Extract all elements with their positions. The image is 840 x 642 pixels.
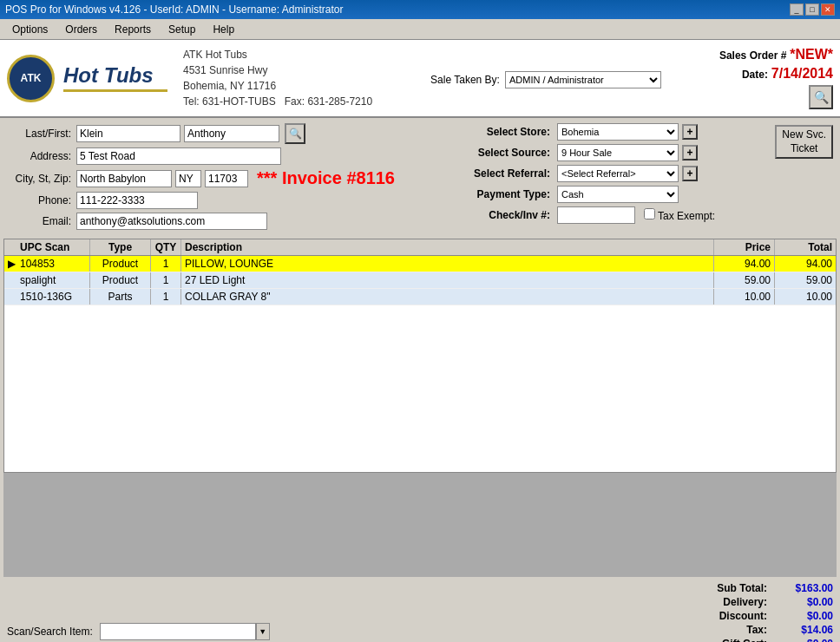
desc-cell: PILLOW, LOUNGE xyxy=(181,256,714,272)
state-input[interactable] xyxy=(175,170,201,187)
scan-dropdown-button[interactable]: ▼ xyxy=(256,623,270,640)
desc-cell: COLLAR GRAY 8" xyxy=(181,289,714,305)
phone-input[interactable] xyxy=(76,192,198,209)
invoice-text: *** Invoice #8116 xyxy=(257,168,395,188)
col-header-qty: QTY xyxy=(151,239,181,255)
last-first-label: Last/First: xyxy=(7,128,76,140)
title-text: POS Pro for Windows v4.126 - UserId: ADM… xyxy=(5,3,343,16)
city-row: City, St, Zip: *** Invoice #8116 xyxy=(7,168,458,188)
email-input[interactable] xyxy=(76,213,267,230)
payment-type-dropdown[interactable]: Cash xyxy=(557,186,679,203)
select-source-row: Select Source: 9 Hour Sale + xyxy=(467,144,766,161)
city-input[interactable] xyxy=(76,170,172,187)
sale-taken-select[interactable]: ADMIN / Administrator xyxy=(505,71,661,88)
col-header-type: Type xyxy=(90,239,151,255)
menu-reports[interactable]: Reports xyxy=(106,22,160,37)
discount-row: Discount: $0.00 xyxy=(660,610,833,622)
tax-exempt-label: Tax Exempt: xyxy=(658,210,715,222)
menu-bar: Options Orders Reports Setup Help xyxy=(0,19,840,40)
payment-type-label: Payment Type: xyxy=(467,188,554,200)
delivery-label: Delivery: xyxy=(660,596,772,608)
city-label: City, St, Zip: xyxy=(7,173,76,185)
email-row: Email: xyxy=(7,213,458,230)
payment-type-row: Payment Type: Cash xyxy=(467,186,766,203)
customer-search-button[interactable]: 🔍 xyxy=(285,123,305,144)
qty-cell: 1 xyxy=(151,289,181,305)
title-bar: POS Pro for Windows v4.126 - UserId: ADM… xyxy=(0,0,840,19)
gift-cert-value: $0.00 xyxy=(772,638,833,642)
form-right: Select Store: Bohemia + Select Source: 9… xyxy=(467,123,766,233)
totals-section: Sub Total: $163.00 Delivery: $0.00 Disco… xyxy=(660,582,833,642)
address-label: Address: xyxy=(7,150,76,162)
select-referral-dropdown[interactable]: <Select Referral> xyxy=(557,165,679,182)
close-button[interactable]: ✕ xyxy=(821,3,835,16)
scan-label: Scan/Search Item: xyxy=(7,626,93,638)
select-store-label: Select Store: xyxy=(467,126,554,138)
menu-setup[interactable]: Setup xyxy=(160,22,204,37)
minimize-button[interactable]: _ xyxy=(790,3,804,16)
sales-order-label: Sales Order # xyxy=(719,49,786,62)
header-area: ATK Hot Tubs ATK Hot Tubs 4531 Sunrise H… xyxy=(0,40,840,118)
email-label: Email: xyxy=(7,215,76,227)
zip-input[interactable] xyxy=(205,170,248,187)
referral-plus-button[interactable]: + xyxy=(682,166,698,181)
total-cell: 10.00 xyxy=(775,289,836,305)
select-source-label: Select Source: xyxy=(467,147,554,159)
select-source-dropdown[interactable]: 9 Hour Sale xyxy=(557,144,679,161)
logo-section: ATK Hot Tubs ATK Hot Tubs 4531 Sunrise H… xyxy=(7,47,372,109)
delivery-row: Delivery: $0.00 xyxy=(660,596,833,608)
empty-grid-area xyxy=(3,473,837,577)
select-store-dropdown[interactable]: Bohemia xyxy=(557,123,679,141)
menu-options[interactable]: Options xyxy=(3,22,56,37)
scan-input[interactable] xyxy=(100,623,256,640)
header-search-button[interactable]: 🔍 xyxy=(809,85,833,109)
date-info: Date: 7/14/2014 xyxy=(742,66,833,82)
desc-cell: 27 LED Light xyxy=(181,272,714,288)
phone-row: Phone: xyxy=(7,192,458,209)
col-header-upc: UPC Scan xyxy=(16,239,90,255)
price-cell: 10.00 xyxy=(714,289,775,305)
delivery-value: $0.00 xyxy=(772,596,833,608)
first-name-input[interactable] xyxy=(184,125,279,142)
source-plus-button[interactable]: + xyxy=(682,145,698,160)
table-row[interactable]: ▶ 104853 Product 1 PILLOW, LOUNGE 94.00 … xyxy=(4,256,836,272)
tax-row: Tax: $14.06 xyxy=(660,624,833,636)
tax-exempt-checkbox[interactable] xyxy=(644,208,655,219)
price-cell: 94.00 xyxy=(714,256,775,272)
date-value: 7/14/2014 xyxy=(771,66,833,81)
last-name-input[interactable] xyxy=(76,125,180,142)
maximize-button[interactable]: □ xyxy=(805,3,819,16)
col-header-desc: Description xyxy=(181,239,714,255)
store-plus-button[interactable]: + xyxy=(682,124,698,140)
subtotal-value: $163.00 xyxy=(772,582,833,594)
total-cell: 59.00 xyxy=(775,272,836,288)
gift-cert-row: Gift Cert: $0.00 xyxy=(660,638,833,642)
check-inv-row: Check/Inv #: Tax Exempt: xyxy=(467,206,766,224)
total-cell: 94.00 xyxy=(775,256,836,272)
select-referral-row: Select Referral: <Select Referral> + xyxy=(467,165,766,182)
type-cell: Parts xyxy=(90,289,151,305)
menu-orders[interactable]: Orders xyxy=(56,22,106,37)
address-row: Address: xyxy=(7,147,458,165)
table-row[interactable]: 1510-136G Parts 1 COLLAR GRAY 8" 10.00 1… xyxy=(4,289,836,305)
window-controls[interactable]: _ □ ✕ xyxy=(790,3,835,16)
subtotal-row: Sub Total: $163.00 xyxy=(660,582,833,594)
subtotal-label: Sub Total: xyxy=(660,582,772,594)
sale-taken-row: Sale Taken By: ADMIN / Administrator xyxy=(430,71,661,88)
qty-cell: 1 xyxy=(151,272,181,288)
discount-label: Discount: xyxy=(660,610,772,622)
tax-value: $14.06 xyxy=(772,624,833,636)
check-inv-input[interactable] xyxy=(557,206,635,224)
phone-label: Phone: xyxy=(7,194,76,206)
last-first-row: Last/First: 🔍 xyxy=(7,123,458,144)
table-row[interactable]: spalight Product 1 27 LED Light 59.00 59… xyxy=(4,272,836,289)
address-input[interactable] xyxy=(76,147,281,165)
form-left: Last/First: 🔍 Address: City, St, Zip: **… xyxy=(7,123,458,233)
product-grid: UPC Scan Type QTY Description Price Tota… xyxy=(3,239,837,473)
new-svc-ticket-button[interactable]: New Svc. Ticket xyxy=(775,125,833,159)
menu-help[interactable]: Help xyxy=(204,22,243,37)
select-referral-label: Select Referral: xyxy=(467,167,554,180)
gift-cert-label: Gift Cert: xyxy=(660,638,772,642)
form-area: Last/First: 🔍 Address: City, St, Zip: **… xyxy=(0,118,840,239)
col-header-total: Total xyxy=(775,239,836,255)
